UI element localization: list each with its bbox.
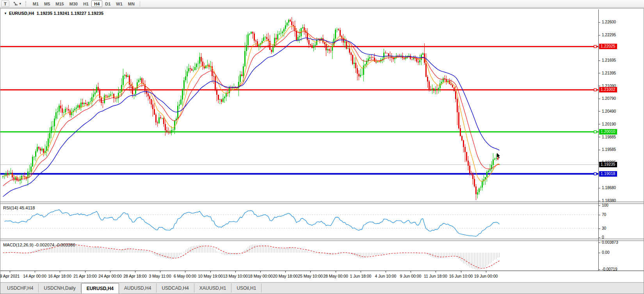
time-label: 10 May 19:00 <box>198 274 223 278</box>
chart-symbol-label: EURUSD,H4 <box>9 11 34 16</box>
time-label: 6 May 00:00 <box>174 274 196 278</box>
time-label: 20 May 18:00 <box>273 274 298 278</box>
macd-indicator-pane[interactable] <box>0 241 598 271</box>
level-handle[interactable] <box>594 173 596 175</box>
level-handle[interactable] <box>594 131 596 133</box>
timeframe-button-m15[interactable]: M15 <box>53 0 66 7</box>
timeframe-button-d1[interactable]: D1 <box>102 0 113 7</box>
level-line-1.22025[interactable] <box>0 46 598 47</box>
time-label: 25 May 10:00 <box>298 274 323 278</box>
time-tick <box>260 271 261 273</box>
macd-histogram <box>3 243 500 270</box>
chart-ohlc-quotes: 1.19235 1.19241 1.19227 1.19235 <box>37 11 103 16</box>
time-tick <box>85 271 85 273</box>
pane-splitter-macd[interactable] <box>0 239 644 241</box>
time-label: 9 Apr 2021 <box>0 274 20 278</box>
timeframe-button-m30[interactable]: M30 <box>67 0 80 7</box>
toolbar-grip <box>25 1 28 6</box>
level-line-1.20010[interactable] <box>0 131 598 133</box>
time-tick <box>436 271 436 273</box>
timeframe-button-m1[interactable]: M1 <box>30 0 41 7</box>
rsi-label: RSI(14) 45.4118 <box>3 205 35 210</box>
chart-title: ▼EURUSD,H4 1.19235 1.19241 1.19227 1.192… <box>4 11 103 16</box>
time-tick <box>60 271 60 273</box>
time-label: 11 Jun 18:00 <box>424 274 447 278</box>
cursor-tool-icon <box>13 2 19 6</box>
macd-label: MACD(12,26,9) -0.002074 -0.003380 <box>3 243 75 247</box>
trading-platform: { "toolbar": { "text_tool_label": "T", "… <box>0 0 644 294</box>
time-tick <box>110 271 110 273</box>
cursor-tool-caret-icon[interactable]: ▾ <box>20 2 21 5</box>
time-tick <box>10 271 10 273</box>
rsi-indicator-pane[interactable] <box>0 204 598 239</box>
time-tick <box>336 271 336 273</box>
time-label: 1 Jun 18:00 <box>350 274 372 278</box>
level-line-1.19018[interactable] <box>0 173 598 175</box>
mouse-cursor <box>497 153 500 158</box>
price-chart-pane[interactable] <box>0 9 598 202</box>
time-tick <box>235 271 236 273</box>
cursor-tool-button[interactable]: ▾ <box>11 0 24 7</box>
time-label: 18 May 00:00 <box>248 274 273 278</box>
time-label: 28 Apr 18:00 <box>123 274 147 278</box>
time-tick <box>386 271 386 273</box>
time-tick <box>210 271 211 273</box>
symbol-tab-bar: USDCHF,H4USDCNH,DailyEURUSD,H4AUDUSD,H4U… <box>0 282 644 294</box>
timeframe-button-h4[interactable]: H4 <box>91 0 102 7</box>
symbol-tab-usdcad[interactable]: USDCAD,H4 <box>157 283 194 293</box>
time-label: 16 Jun 10:00 <box>449 274 473 278</box>
current-price-line <box>0 165 598 165</box>
time-label: 14 Apr 00:00 <box>23 274 46 278</box>
time-label: 4 Jun 10:00 <box>375 274 397 278</box>
time-tick <box>461 271 461 273</box>
symbol-tab-eurusd[interactable]: EURUSD,H4 <box>81 283 119 294</box>
time-label: 28 May 00:00 <box>323 274 348 278</box>
time-tick <box>35 271 35 273</box>
level-line-1.21002[interactable] <box>0 89 598 90</box>
symbol-tab-audusd[interactable]: AUDUSD,H4 <box>119 283 157 293</box>
time-label: 21 Apr 10:00 <box>73 274 97 278</box>
time-tick <box>361 271 361 273</box>
time-tick <box>411 271 411 273</box>
pane-splitter-rsi[interactable] <box>0 202 644 204</box>
timeframe-button-mn[interactable]: MN <box>125 0 137 7</box>
time-label: 13 May 10:00 <box>223 274 248 278</box>
time-tick <box>486 271 486 273</box>
price-axis-border <box>598 9 599 271</box>
toolbar-separator <box>140 1 140 7</box>
timeframe-button-group: M1M5M15M30H1H4D1W1MN <box>30 0 137 7</box>
timeframe-button-w1[interactable]: W1 <box>113 0 125 7</box>
timeframe-button-m5[interactable]: M5 <box>41 0 53 7</box>
top-toolbar: T ▾ M1M5M15M30H1H4D1W1MN <box>0 0 644 8</box>
time-label: 24 Apr 00:00 <box>98 274 122 278</box>
time-label: 9 Jun 00:00 <box>400 274 422 278</box>
ma-fast-orange <box>3 26 500 181</box>
time-tick <box>285 271 286 273</box>
candles-layer <box>2 17 500 200</box>
rsi-line <box>5 210 500 237</box>
symbol-tab-usdchf[interactable]: USDCHF,H4 <box>2 283 39 293</box>
time-tick <box>135 271 135 273</box>
time-tick <box>160 271 160 273</box>
time-tick <box>185 271 185 273</box>
time-label: 19 Jun 00:00 <box>474 274 498 278</box>
symbol-tab-usoil[interactable]: USOil,H1 <box>231 283 262 293</box>
level-handle[interactable] <box>594 45 596 48</box>
level-handle[interactable] <box>594 89 596 91</box>
text-tool-button[interactable]: T <box>1 0 9 7</box>
symbol-tab-xauusd[interactable]: XAUUSD,H1 <box>194 283 232 293</box>
symbol-tab-usdcnh[interactable]: USDCNH,Daily <box>39 283 81 293</box>
time-label: 3 May 11:00 <box>149 274 171 278</box>
time-tick <box>310 271 311 273</box>
time-axis[interactable]: 9 Apr 202114 Apr 00:0016 Apr 18:0021 Apr… <box>0 271 644 282</box>
time-label: 16 Apr 18:00 <box>48 274 71 278</box>
timeframe-button-h1[interactable]: H1 <box>80 0 91 7</box>
collapse-arrow-icon[interactable]: ▼ <box>4 12 7 15</box>
